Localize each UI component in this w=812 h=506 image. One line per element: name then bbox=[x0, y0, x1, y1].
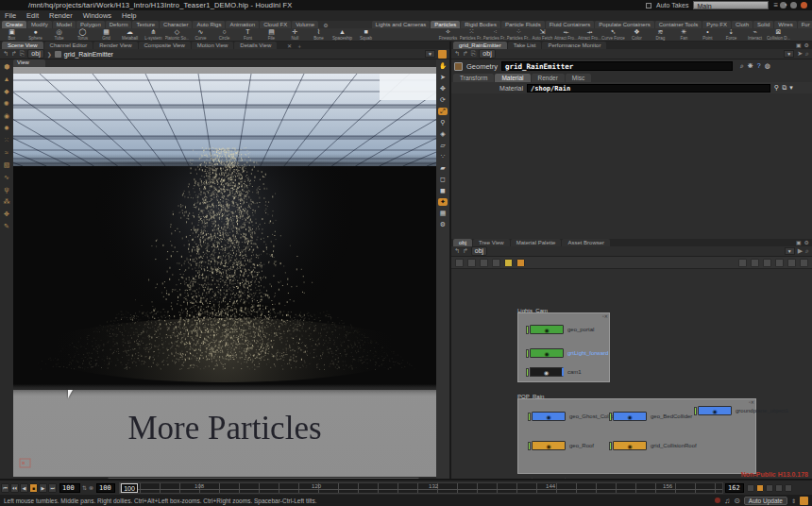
search-icon[interactable]: ⌕ bbox=[805, 50, 809, 58]
node-body-icon[interactable]: ◉ bbox=[532, 441, 566, 450]
shelf-tool[interactable]: ■ Squab bbox=[354, 28, 378, 41]
shelf-tool[interactable]: ⇲ Auto Fetch bbox=[531, 28, 554, 41]
wireframe-icon[interactable]: ◻ bbox=[438, 176, 448, 183]
simulation-toggle-icon[interactable] bbox=[756, 484, 764, 492]
shelf-tool[interactable]: ● Sphere bbox=[24, 28, 47, 41]
audio-toggle-icon[interactable] bbox=[766, 484, 773, 492]
node-display-flag[interactable] bbox=[526, 326, 529, 334]
menu-icon[interactable]: ▾ bbox=[789, 84, 793, 92]
node-display-flag[interactable] bbox=[526, 349, 529, 358]
shelf-tool[interactable]: ❖ Color bbox=[625, 28, 649, 41]
display-options-icon[interactable]: ⚙ bbox=[438, 221, 448, 228]
path-dropdown-icon[interactable]: ▼ bbox=[784, 50, 794, 58]
pane-maximize-icon[interactable]: ▣ bbox=[796, 239, 802, 246]
play-forward-button[interactable]: ▶ bbox=[39, 483, 47, 493]
update-mode-caret-icon[interactable]: ⇕ bbox=[791, 498, 796, 504]
network-node[interactable]: ◉ cam1 bbox=[526, 367, 582, 377]
box-collapse-icon[interactable]: ▫✕ bbox=[602, 313, 608, 319]
shelf-tab[interactable]: Rigid Bodies bbox=[461, 21, 500, 28]
shelf-tab[interactable]: Populate Containers bbox=[595, 21, 653, 28]
parameter-tab[interactable]: Misc bbox=[566, 74, 591, 82]
distribute-icon[interactable] bbox=[763, 259, 771, 267]
parameter-tab[interactable]: Transform bbox=[453, 74, 494, 82]
points-display-icon[interactable]: ∵ bbox=[438, 153, 448, 160]
pin-icon[interactable]: ⎘ bbox=[471, 50, 477, 58]
fluids-icon[interactable]: ≈ bbox=[5, 149, 8, 157]
current-frame-field[interactable]: 100 bbox=[59, 483, 80, 493]
maximize-button[interactable] bbox=[790, 2, 797, 8]
materials-icon[interactable]: ◆ bbox=[4, 88, 8, 95]
lighting-icon[interactable]: ✦ bbox=[438, 198, 448, 206]
pane-maximize-icon[interactable]: ▣ bbox=[796, 42, 802, 49]
node-body-icon[interactable]: ◉ bbox=[613, 441, 647, 450]
node-display-flag[interactable] bbox=[609, 442, 612, 450]
shelf-tab[interactable]: Lights and Cameras bbox=[372, 21, 431, 28]
shelf-tab[interactable]: Auto Rigs bbox=[193, 21, 225, 28]
primitives-display-icon[interactable]: ▰ bbox=[438, 164, 448, 172]
shelf-tool[interactable]: ✧ Fireworks bbox=[436, 28, 460, 41]
node-chooser-icon[interactable]: ⚲ bbox=[774, 84, 779, 92]
zoom-network-icon[interactable] bbox=[787, 259, 796, 267]
snapshot-icon[interactable] bbox=[438, 50, 447, 59]
lights-icon[interactable]: ✺ bbox=[4, 100, 9, 108]
shelf-tool[interactable]: ⤞ Attract Fro... bbox=[578, 28, 601, 41]
path-node-name[interactable]: grid_RainEmitter bbox=[64, 51, 113, 58]
pin-icon[interactable]: ⎘ bbox=[20, 50, 25, 58]
shelf-tab[interactable]: Fur bbox=[798, 21, 812, 28]
shelf-tab[interactable]: Particle Fluids bbox=[501, 21, 545, 28]
update-mode-selector[interactable]: Auto Update bbox=[744, 497, 787, 505]
shelf-tool[interactable]: ⋔ L-system bbox=[142, 28, 165, 41]
path-root-chip[interactable]: obj bbox=[471, 246, 487, 256]
shelf-tool[interactable]: ⌁ Interact bbox=[743, 28, 767, 41]
shelf-tab[interactable]: Cloth bbox=[732, 21, 753, 28]
shaded-icon[interactable]: ◼ bbox=[438, 187, 448, 194]
geometry-icon[interactable]: ▲ bbox=[4, 76, 10, 83]
shelf-tool[interactable]: • Point bbox=[696, 28, 719, 41]
shelf-tab[interactable]: Particles bbox=[431, 21, 460, 28]
box-collapse-icon[interactable]: ▫✕ bbox=[749, 399, 754, 405]
shelf-tab[interactable]: Deform bbox=[106, 21, 132, 28]
shelf-tool[interactable]: T Font bbox=[236, 28, 260, 41]
close-button[interactable] bbox=[801, 2, 807, 8]
show-names-icon[interactable] bbox=[492, 259, 500, 267]
node-body-icon[interactable]: ◉ bbox=[530, 325, 564, 334]
forward-icon[interactable]: ↱ bbox=[463, 247, 468, 255]
path-dropdown-icon[interactable]: ▼ bbox=[785, 247, 795, 255]
frame-spinner-icon[interactable]: ⇅ bbox=[82, 484, 87, 491]
shelf-tab[interactable]: Pyro FX bbox=[702, 21, 731, 28]
network-box-pop-rain[interactable]: ▫✕ ◉ geo_Ghost_Collider ◉ geo_BedCollide… bbox=[517, 398, 756, 474]
shelf-gear-icon[interactable]: ⚙ bbox=[323, 22, 328, 28]
shelf-tool[interactable]: ⌇ Bone bbox=[307, 28, 330, 41]
shelf-tab[interactable]: Modify bbox=[27, 21, 52, 28]
material-path-field[interactable]: /shop/Rain bbox=[527, 84, 770, 93]
node-body-icon[interactable]: ◉ bbox=[530, 348, 564, 358]
node-display-flag[interactable] bbox=[526, 368, 529, 377]
node-display-flag[interactable] bbox=[528, 442, 531, 450]
pane-tab[interactable]: Tree View bbox=[473, 239, 510, 246]
pane-tab[interactable]: Performance Monitor bbox=[542, 42, 606, 49]
shelf-tool[interactable]: ⇣ Force bbox=[719, 28, 743, 41]
go-to-end-button[interactable]: ⏭ bbox=[48, 483, 57, 493]
pose-icon[interactable]: ✥ bbox=[4, 211, 9, 218]
shelf-tab[interactable]: Polygon bbox=[76, 21, 105, 28]
forward-icon[interactable]: ↱ bbox=[463, 50, 468, 58]
snap-icon[interactable]: ◈ bbox=[438, 130, 448, 138]
node-display-flag[interactable] bbox=[694, 407, 697, 415]
pane-options-icon[interactable]: ⚙ bbox=[804, 42, 809, 49]
realtime-toggle-icon[interactable] bbox=[747, 484, 754, 492]
shelf-tool[interactable]: ✛ Null bbox=[283, 28, 307, 41]
shelf-tool[interactable]: ○ Circle bbox=[212, 28, 236, 41]
shelf-tool[interactable]: ➴ Curve Force bbox=[601, 28, 625, 41]
shelf-tool[interactable]: ⊠ Collision D... bbox=[767, 28, 790, 41]
overview-icon[interactable] bbox=[800, 259, 808, 267]
shelf-tool[interactable]: ☁ Metaball bbox=[118, 28, 142, 41]
go-to-start-button[interactable]: ⏮ bbox=[1, 483, 9, 493]
help-bubble-icon[interactable]: ◔ bbox=[783, 1, 787, 9]
parameter-tab[interactable]: Render bbox=[532, 74, 565, 82]
shelf-tool[interactable]: ▣ Box bbox=[0, 28, 24, 41]
memory-indicator-icon[interactable] bbox=[800, 497, 808, 505]
timeline-ruler[interactable]: 108120132144156 100 bbox=[119, 482, 723, 494]
shape-palette-icon[interactable] bbox=[516, 259, 525, 267]
dynamics-icon[interactable]: ✹ bbox=[4, 125, 9, 132]
step-back-button[interactable]: ⏴⏴ bbox=[10, 483, 19, 493]
